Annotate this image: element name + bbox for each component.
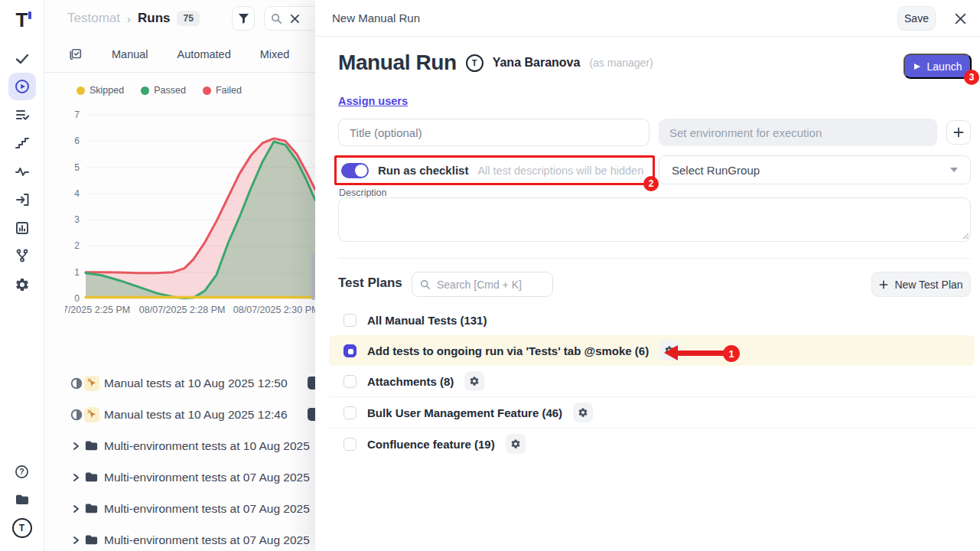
tab-mixed[interactable]: Mixed xyxy=(260,48,290,60)
test-plans-search-input[interactable] xyxy=(437,279,536,291)
sidebar-item-milestones[interactable] xyxy=(8,129,36,157)
chevron-right-icon[interactable] xyxy=(70,441,84,452)
rungroup-select[interactable]: Select RunGroup xyxy=(659,155,971,184)
app-logo[interactable]: T xyxy=(8,6,36,34)
play-circle-icon xyxy=(15,79,30,94)
svg-text:2: 2 xyxy=(74,240,80,251)
chevron-down-icon xyxy=(950,168,958,172)
in-progress-icon xyxy=(70,377,84,390)
sidebar-item-projects[interactable] xyxy=(8,486,36,514)
checkbox-unchecked[interactable] xyxy=(343,314,357,327)
passed-dot-icon xyxy=(141,86,149,95)
legend-item-passed[interactable]: Passed xyxy=(141,85,186,96)
checklist-hint: All test descriptions will be hidden xyxy=(477,165,643,177)
test-plan-row[interactable]: Attachments (8) xyxy=(329,366,975,397)
modal-header: New Manual Run Save xyxy=(315,0,980,37)
sidebar-item-reports[interactable] xyxy=(8,101,36,129)
app-window: T ? xyxy=(0,0,980,551)
plan-settings-button[interactable] xyxy=(506,434,526,454)
resize-handle-icon[interactable] xyxy=(962,232,969,240)
save-button[interactable]: Save xyxy=(897,6,936,31)
svg-text:08/07/2025 2:25 PM: 08/07/2025 2:25 PM xyxy=(65,305,130,315)
checkbox-unchecked[interactable] xyxy=(343,406,357,419)
checklist-label: Run as checklist xyxy=(378,164,468,177)
manager-name: Yana Baranova xyxy=(493,56,581,70)
svg-text:6: 6 xyxy=(74,135,80,146)
test-plans-search[interactable] xyxy=(412,272,553,297)
sidebar-item-activity[interactable] xyxy=(8,158,36,185)
checkbox-checked[interactable] xyxy=(343,344,357,357)
modal-title: New Manual Run xyxy=(332,11,420,24)
folder-icon xyxy=(84,470,104,484)
chevron-right-icon[interactable] xyxy=(70,535,84,546)
environment-input[interactable] xyxy=(659,119,937,146)
assign-users-link[interactable]: Assign users xyxy=(338,95,408,107)
tab-automated[interactable]: Automated xyxy=(177,48,231,60)
annotation-arrow-1 xyxy=(664,345,678,360)
sidebar-item-tests[interactable] xyxy=(8,45,36,73)
sidebar-item-help[interactable]: ? xyxy=(8,458,36,485)
description-textarea[interactable] xyxy=(338,197,971,242)
runs-count-badge: 75 xyxy=(177,11,199,26)
gear-icon xyxy=(469,376,480,386)
check-icon xyxy=(15,51,30,67)
new-test-plan-button[interactable]: New Test Plan xyxy=(871,272,971,297)
title-input[interactable] xyxy=(338,119,650,146)
help-icon: ? xyxy=(15,465,29,479)
new-manual-run-modal: New Manual Run Save Manual Run T Yana Ba… xyxy=(315,0,980,551)
sidebar-item-settings[interactable] xyxy=(8,271,36,298)
checkbox-unchecked[interactable] xyxy=(343,438,357,451)
svg-text:?: ? xyxy=(19,468,24,476)
section-divider xyxy=(338,258,971,259)
annotation-arrow-1-bar xyxy=(677,350,724,356)
plan-settings-button[interactable] xyxy=(464,371,484,391)
run-label: Multi-environment tests at 07 Aug 2025 xyxy=(104,533,310,547)
sidebar-item-branches[interactable] xyxy=(8,242,36,269)
sidebar: T ? xyxy=(0,0,44,551)
svg-text:08/07/2025 2:28 PM: 08/07/2025 2:28 PM xyxy=(139,305,226,315)
add-environment-button[interactable] xyxy=(946,120,971,145)
test-plan-list: All Manual Tests (131) Add tests to ongo… xyxy=(329,305,975,459)
description-label: Description xyxy=(339,187,387,198)
steps-icon xyxy=(15,135,30,151)
in-progress-icon xyxy=(70,409,84,421)
test-plan-row[interactable]: Bulk User Management Feature (46) xyxy=(329,397,975,429)
search-icon xyxy=(420,279,431,290)
manager-role: (as manager) xyxy=(589,57,653,69)
test-plan-row[interactable]: All Manual Tests (131) xyxy=(329,305,975,335)
breadcrumb: Testomat › Runs 75 xyxy=(67,11,200,26)
sidebar-item-runs[interactable] xyxy=(8,73,36,100)
checkbox-unchecked[interactable] xyxy=(343,375,357,388)
tab-manual[interactable]: Manual xyxy=(112,48,148,60)
annotation-badge-3: 3 xyxy=(964,70,979,85)
close-icon[interactable] xyxy=(953,11,967,25)
svg-text:3: 3 xyxy=(74,214,80,225)
run-label: Multi-environment tests at 10 Aug 2025 xyxy=(104,439,310,453)
chart-legend: Skipped Passed Failed xyxy=(77,85,242,96)
filter-button[interactable] xyxy=(232,6,255,31)
test-plan-row[interactable]: Confluence feature (19) xyxy=(329,429,975,459)
run-title-row: Manual Run T Yana Baranova (as manager) xyxy=(338,51,653,75)
import-icon xyxy=(15,192,30,207)
annotation-box-checklist: Run as checklist All test descriptions w… xyxy=(334,155,655,185)
svg-text:7: 7 xyxy=(74,109,80,120)
failed-dot-icon xyxy=(203,86,211,95)
legend-item-skipped[interactable]: Skipped xyxy=(77,85,124,96)
test-plan-row-selected[interactable]: Add tests to ongoing run via 'Tests' tab… xyxy=(329,335,975,366)
manual-run-icon xyxy=(84,376,104,391)
sidebar-item-account[interactable]: T xyxy=(8,514,36,542)
legend-item-failed[interactable]: Failed xyxy=(203,85,242,96)
folder-icon xyxy=(15,492,30,507)
breadcrumb-project[interactable]: Testomat xyxy=(67,11,120,26)
sidebar-item-analytics[interactable] xyxy=(8,214,36,242)
sidebar-item-import[interactable] xyxy=(8,186,36,214)
clear-search-icon[interactable] xyxy=(290,14,300,24)
chevron-right-icon[interactable] xyxy=(70,472,84,483)
chevron-right-icon[interactable] xyxy=(70,504,84,514)
select-all-icon[interactable] xyxy=(69,47,83,61)
folder-icon xyxy=(84,533,104,547)
run-as-checklist-toggle[interactable] xyxy=(341,163,369,178)
svg-text:0: 0 xyxy=(74,293,80,304)
plan-settings-button[interactable] xyxy=(573,403,593,422)
launch-button[interactable]: Launch xyxy=(903,54,972,79)
